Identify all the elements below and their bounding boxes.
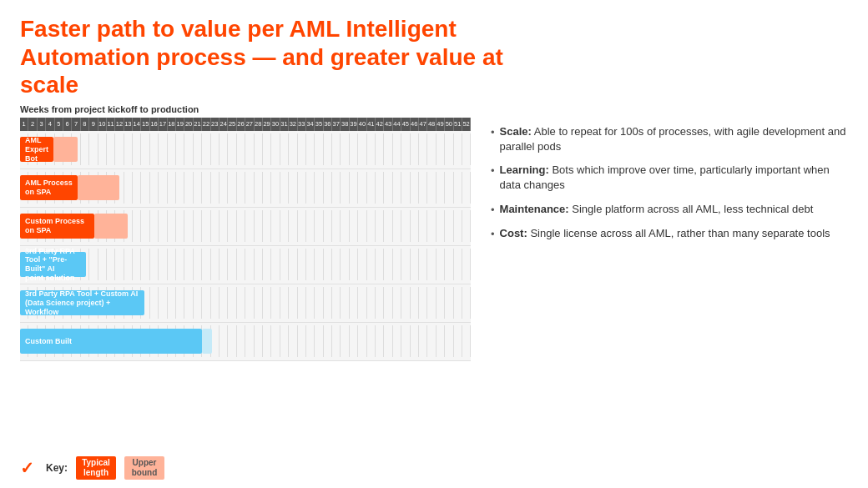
week-header: 1234567891011121314151617181920212223242… (20, 118, 471, 131)
bullet-dot: • (491, 203, 495, 218)
gantt-row: AML Process on SPA (20, 169, 471, 208)
week-cell: 52 (462, 118, 471, 131)
week-cell: 48 (427, 118, 436, 131)
gantt-bar-light (94, 214, 128, 239)
bullet-dot: • (491, 164, 495, 179)
week-cell: 9 (89, 118, 98, 131)
bullet-dot: • (491, 125, 495, 140)
gantt-row: Custom Process on SPA (20, 208, 471, 246)
week-cell: 45 (401, 118, 410, 131)
week-cell: 49 (437, 118, 445, 131)
bullet-key: Maintenance: (500, 203, 569, 215)
week-cell: 15 (141, 118, 149, 131)
week-cell: 8 (81, 118, 89, 131)
bullet-item: •Scale: Able to repeat for 100s of proce… (491, 124, 848, 154)
week-cell: 3 (38, 118, 46, 131)
subtitle: Weeks from project kickoff to production (20, 104, 848, 114)
week-cell: 18 (168, 118, 176, 131)
bullet-key: Scale: (500, 125, 532, 138)
bullet-dot: • (491, 227, 495, 242)
week-cell: 16 (150, 118, 159, 131)
week-cell: 7 (72, 118, 80, 131)
week-cell: 36 (324, 118, 332, 131)
week-cell: 10 (98, 118, 107, 131)
bullet-key: Learning: (500, 164, 549, 176)
bullet-text: Scale: Able to repeat for 100s of proces… (500, 124, 848, 154)
week-cell: 38 (341, 118, 349, 131)
gantt-row: Custom Built (20, 323, 471, 361)
week-cell: 27 (245, 118, 254, 131)
week-cell: 4 (46, 118, 54, 131)
gantt-bar-solid: AML Expert Bot (20, 137, 53, 162)
week-cell: 30 (271, 118, 280, 131)
week-cell: 5 (55, 118, 63, 131)
gantt-bar-solid: Custom Process on SPA (20, 214, 94, 239)
week-cell: 32 (289, 118, 297, 131)
week-cell: 40 (358, 118, 366, 131)
key-typical: Typical length (76, 456, 116, 480)
week-cell: 2 (28, 118, 37, 131)
key-label: Key: (46, 462, 68, 474)
week-cell: 28 (255, 118, 263, 131)
gantt-area: AML Expert BotAML Process on SPACustom P… (20, 131, 471, 361)
week-cell: 14 (133, 118, 141, 131)
week-cell: 41 (367, 118, 376, 131)
bullet-item: •Cost: Single license across all AML, ra… (491, 226, 848, 242)
week-cell: 13 (124, 118, 133, 131)
week-cell: 19 (176, 118, 184, 131)
week-cell: 37 (332, 118, 341, 131)
week-cell: 51 (454, 118, 462, 131)
key-section: ✓ Key: Typical length Upper bound (20, 456, 164, 480)
week-cell: 33 (298, 118, 306, 131)
week-cell: 29 (263, 118, 271, 131)
week-cell: 17 (159, 118, 167, 131)
week-cell: 11 (107, 118, 115, 131)
week-cell: 39 (350, 118, 358, 131)
gantt-bar-solid: 3rd Party RPA Tool + "Pre-Built" AI poin… (20, 252, 86, 277)
key-upper-label: Upper bound (132, 458, 158, 478)
week-cell: 22 (202, 118, 210, 131)
week-cell: 25 (228, 118, 236, 131)
bullet-item: •Learning: Bots which improve over time,… (491, 163, 848, 193)
week-cell: 43 (384, 118, 392, 131)
week-cell: 6 (63, 118, 72, 131)
week-cell: 24 (220, 118, 228, 131)
key-typical-label: Typical length (82, 458, 110, 478)
week-cell: 31 (280, 118, 289, 131)
bullet-item: •Maintenance: Single platform across all… (491, 202, 848, 218)
gantt-row: 3rd Party RPA Tool + Custom AI (Data Sci… (20, 284, 471, 323)
gantt-bar-solid: AML Process on SPA (20, 175, 78, 200)
week-cell: 23 (211, 118, 220, 131)
week-cell: 35 (315, 118, 323, 131)
week-cell: 42 (376, 118, 384, 131)
gantt-row: AML Expert Bot (20, 131, 471, 169)
bullet-text: Cost: Single license across all AML, rat… (500, 226, 830, 241)
week-cell: 21 (194, 118, 202, 131)
gantt-bar-light (53, 137, 78, 162)
bullet-text: Learning: Bots which improve over time, … (500, 163, 848, 193)
week-cell: 1 (20, 118, 28, 131)
bullet-key: Cost: (500, 227, 527, 239)
week-cell: 47 (419, 118, 427, 131)
key-upper: Upper bound (124, 456, 164, 480)
page-title: Faster path to value per AML Intelligent… (20, 15, 537, 99)
main-content: 1234567891011121314151617181920212223242… (20, 118, 848, 361)
page: Faster path to value per AML Intelligent… (0, 0, 868, 488)
gantt-row: 3rd Party RPA Tool + "Pre-Built" AI poin… (20, 246, 471, 284)
week-cell: 26 (237, 118, 245, 131)
gantt-bar-light (78, 175, 119, 200)
bullet-list: •Scale: Able to repeat for 100s of proce… (491, 124, 848, 242)
week-cell: 20 (184, 118, 193, 131)
right-panel: •Scale: Able to repeat for 100s of proce… (471, 118, 848, 361)
week-cell: 12 (115, 118, 124, 131)
gantt-bar-solid: Custom Built (20, 329, 202, 354)
week-cell: 34 (306, 118, 315, 131)
week-cell: 50 (445, 118, 453, 131)
week-cell: 46 (411, 118, 419, 131)
gantt-bar-solid: 3rd Party RPA Tool + Custom AI (Data Sci… (20, 290, 144, 315)
left-panel: 1234567891011121314151617181920212223242… (20, 118, 471, 361)
week-cell: 44 (393, 118, 401, 131)
gantt-bar-light (202, 329, 212, 354)
bullet-text: Maintenance: Single platform across all … (500, 202, 814, 217)
